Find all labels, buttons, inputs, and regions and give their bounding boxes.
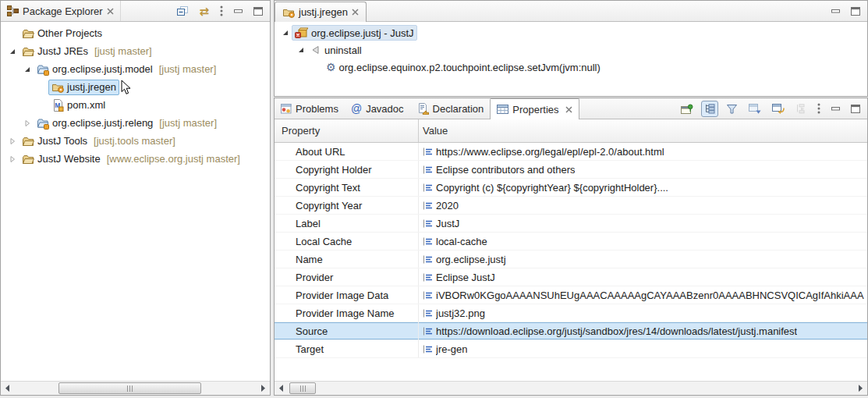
maximize-button[interactable] bbox=[848, 101, 863, 116]
tree-item-inner[interactable]: Other Projects bbox=[19, 26, 105, 41]
property-value-cell[interactable]: https://www.eclipse.org/legal/epl/epl-2.… bbox=[419, 146, 867, 158]
tree-item-justj-jregen[interactable]: justj.jregen bbox=[1, 78, 270, 96]
property-name: Provider Image Name bbox=[275, 304, 419, 322]
tab-javadoc[interactable]: @Javadoc bbox=[345, 98, 410, 119]
tree-item-org-eclipse-justj-model[interactable]: org.eclipse.justj.model[justj master] bbox=[1, 60, 270, 78]
tree-item-inner[interactable]: JustJ Tools bbox=[19, 133, 90, 149]
show-categories-button[interactable] bbox=[701, 101, 718, 117]
maximize-button[interactable] bbox=[250, 4, 266, 19]
value-prop-icon bbox=[423, 255, 433, 264]
property-value-cell[interactable]: org.eclipse.justj bbox=[419, 254, 867, 265]
property-value-cell[interactable]: Copyright (c) ${copyrightYear} ${copyrig… bbox=[419, 182, 867, 194]
tree-item-justj-website[interactable]: JustJ Website[www.eclipse.org.justj mast… bbox=[1, 150, 270, 168]
tree-item-other-projects[interactable]: Other Projects bbox=[1, 24, 270, 42]
property-value-cell[interactable]: jre-gen bbox=[419, 343, 867, 355]
tree-item-justj-jres[interactable]: JustJ JREs[justj master] bbox=[1, 42, 270, 60]
tree-item-org-eclipse-equinox-p2-touchpoint-eclipse-setjvm-jvm-null[interactable]: ⚙org.eclipse.equinox.p2.touchpoint.eclip… bbox=[275, 59, 867, 76]
package-explorer-tab[interactable]: Package Explorer bbox=[1, 1, 121, 21]
value-prop-icon bbox=[423, 147, 433, 156]
property-row-label[interactable]: LabelJustJ bbox=[275, 215, 867, 233]
property-name: Target bbox=[275, 340, 419, 357]
scroll-track[interactable] bbox=[14, 382, 257, 395]
tree-item-pom-xml[interactable]: Mpom.xml bbox=[1, 96, 270, 114]
property-row-copyright-year[interactable]: Copyright Year2020 bbox=[275, 197, 867, 215]
tree-item-inner[interactable]: Mpom.xml bbox=[48, 98, 108, 113]
property-value-cell[interactable]: JustJ bbox=[419, 218, 867, 229]
tree-item-inner[interactable]: org.eclipse.justj.model bbox=[34, 62, 156, 77]
link-with-editor-button[interactable]: ⇄ bbox=[196, 2, 212, 20]
scroll-left-icon[interactable] bbox=[1, 382, 14, 395]
scroll-thumb[interactable] bbox=[289, 382, 316, 394]
expand-arrow-icon[interactable] bbox=[21, 119, 34, 127]
show-advanced-properties-button[interactable] bbox=[746, 101, 764, 117]
tree-item-inner[interactable]: org.eclipse.justj.releng bbox=[34, 115, 156, 131]
restore-default-value-button[interactable] bbox=[769, 101, 788, 117]
horizontal-scrollbar[interactable] bbox=[1, 381, 270, 395]
tree-item-justj-tools[interactable]: JustJ Tools[justj.tools master] bbox=[1, 132, 270, 150]
maximize-button[interactable] bbox=[848, 4, 863, 19]
property-value-cell[interactable]: local-cache bbox=[419, 236, 867, 247]
phase-icon bbox=[310, 44, 321, 55]
property-row-source[interactable]: Sourcehttps://download.eclipse.org/justj… bbox=[275, 322, 867, 340]
property-value-cell[interactable]: 2020 bbox=[419, 200, 867, 211]
property-row-local-cache[interactable]: Local Cachelocal-cache bbox=[275, 233, 867, 251]
property-column-header[interactable]: Property bbox=[275, 119, 419, 142]
collapse-arrow-icon[interactable] bbox=[295, 46, 307, 54]
property-row-name[interactable]: Nameorg.eclipse.justj bbox=[275, 251, 867, 268]
property-row-target[interactable]: Targetjre-gen bbox=[275, 340, 867, 358]
tree-item-inner[interactable]: org.eclipse.justj - JustJ bbox=[292, 25, 417, 41]
tree-item-uninstall[interactable]: uninstall bbox=[275, 41, 867, 59]
minimize-button[interactable] bbox=[828, 6, 843, 16]
value-column-header[interactable]: Value bbox=[419, 125, 867, 137]
view-menu-button[interactable] bbox=[814, 100, 824, 117]
editor-tab-justj-jregen[interactable]: justj.jregen bbox=[275, 2, 367, 22]
properties-view: Problems@JavadocDeclarationProperties Pr… bbox=[274, 98, 868, 396]
property-value-cell[interactable]: justj32.png bbox=[419, 307, 867, 319]
view-menu-button[interactable] bbox=[217, 2, 226, 20]
tree-item-inner[interactable]: JustJ JREs bbox=[19, 44, 91, 59]
close-icon[interactable] bbox=[565, 106, 572, 113]
scroll-right-icon[interactable] bbox=[257, 382, 270, 395]
property-row-copyright-text[interactable]: Copyright TextCopyright (c) ${copyrightY… bbox=[275, 179, 867, 197]
scroll-left-icon[interactable] bbox=[275, 382, 288, 395]
property-value-cell[interactable]: Eclipse JustJ bbox=[419, 272, 867, 283]
collapse-arrow-icon[interactable] bbox=[279, 29, 292, 37]
property-row-copyright-holder[interactable]: Copyright HolderEclipse contributors and… bbox=[275, 161, 867, 179]
collapse-all-button[interactable] bbox=[174, 3, 191, 20]
pin-view-icon bbox=[681, 104, 693, 114]
tab-declaration[interactable]: Declaration bbox=[410, 98, 491, 119]
property-value-cell[interactable]: iVBORw0KGgoAAAANSUhEUgAAACAAAAAgCAYAAABz… bbox=[419, 290, 867, 301]
horizontal-scrollbar[interactable] bbox=[275, 381, 867, 395]
property-row-about-url[interactable]: About URLhttps://www.eclipse.org/legal/e… bbox=[275, 143, 867, 161]
expand-arrow-icon[interactable] bbox=[6, 155, 19, 163]
show-categories-icon bbox=[704, 104, 715, 114]
minimize-button[interactable] bbox=[828, 104, 843, 114]
close-icon[interactable] bbox=[107, 8, 114, 15]
tab-properties[interactable]: Properties bbox=[490, 98, 579, 119]
tree-item-org-eclipse-justj-justj[interactable]: org.eclipse.justj - JustJ bbox=[275, 24, 867, 41]
property-value: https://download.eclipse.org/justj/sandb… bbox=[436, 325, 797, 337]
tree-item-inner[interactable]: ⚙org.eclipse.equinox.p2.touchpoint.eclip… bbox=[323, 60, 604, 75]
collapse-arrow-icon[interactable] bbox=[21, 66, 34, 73]
scroll-thumb[interactable] bbox=[58, 382, 201, 394]
property-row-provider-image-name[interactable]: Provider Image Namejustj32.png bbox=[275, 304, 867, 322]
close-icon[interactable] bbox=[352, 9, 359, 16]
expand-arrow-icon[interactable] bbox=[6, 137, 19, 145]
tree-item-inner[interactable]: uninstall bbox=[307, 43, 365, 58]
filter-button[interactable] bbox=[723, 101, 741, 117]
tree-item-inner[interactable]: justj.jregen bbox=[48, 80, 119, 95]
property-row-provider-image-data[interactable]: Provider Image DataiVBORw0KGgoAAAANSUhEU… bbox=[275, 286, 867, 304]
collapse-arrow-icon[interactable] bbox=[6, 48, 19, 55]
tree-item-inner[interactable]: JustJ Website bbox=[19, 151, 104, 167]
property-value-cell[interactable]: Eclipse contributors and others bbox=[419, 164, 867, 176]
property-value-cell[interactable]: https://download.eclipse.org/justj/sandb… bbox=[419, 325, 867, 337]
tree-item-org-eclipse-justj-releng[interactable]: org.eclipse.justj.releng[justj master] bbox=[1, 114, 270, 132]
scroll-right-icon[interactable] bbox=[854, 382, 867, 395]
minimize-button[interactable] bbox=[231, 6, 246, 16]
jregen-folder-icon bbox=[51, 81, 64, 94]
scroll-track[interactable] bbox=[288, 382, 854, 395]
property-row-provider[interactable]: ProviderEclipse JustJ bbox=[275, 268, 867, 286]
tab-problems[interactable]: Problems bbox=[275, 98, 345, 119]
pin-view-button[interactable] bbox=[678, 101, 696, 117]
value-prop-icon bbox=[423, 309, 433, 318]
